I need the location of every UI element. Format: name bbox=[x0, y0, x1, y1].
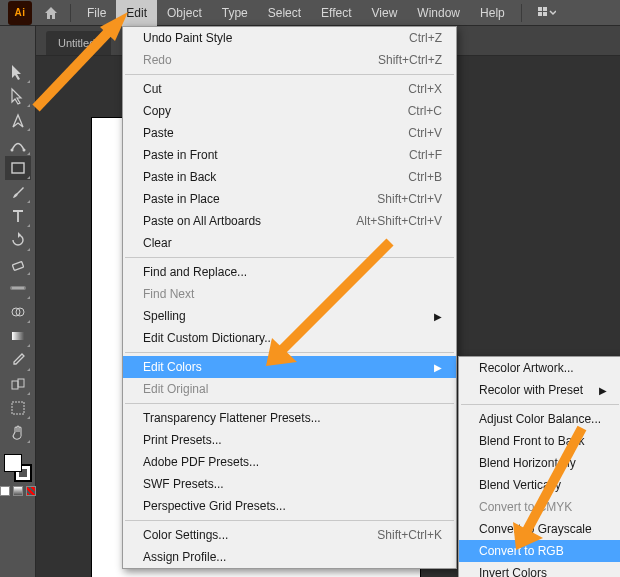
edit-menu-spelling[interactable]: Spelling▶ bbox=[123, 305, 456, 327]
menu-edit[interactable]: Edit bbox=[116, 0, 157, 26]
eyedropper-tool[interactable] bbox=[5, 348, 31, 372]
artboard-tool[interactable] bbox=[5, 396, 31, 420]
edit-menu-assign-profile[interactable]: Assign Profile... bbox=[123, 546, 456, 568]
menu-separator bbox=[125, 74, 454, 75]
menu-type[interactable]: Type bbox=[212, 0, 258, 26]
workspace-switcher-icon[interactable] bbox=[532, 0, 562, 26]
fill-stroke-swatches[interactable] bbox=[4, 454, 32, 482]
svg-rect-1 bbox=[543, 7, 547, 11]
colors-submenu-adjust-color-balance[interactable]: Adjust Color Balance... bbox=[459, 408, 620, 430]
menu-bar: FileEditObjectTypeSelectEffectViewWindow… bbox=[77, 0, 515, 26]
svg-rect-2 bbox=[538, 12, 542, 16]
menu-separator bbox=[125, 520, 454, 521]
edit-menu-edit-original: Edit Original bbox=[123, 378, 456, 400]
colors-submenu-convert-to-cmyk: Convert to CMYK bbox=[459, 496, 620, 518]
edit-menu-adobe-pdf-presets[interactable]: Adobe PDF Presets... bbox=[123, 451, 456, 473]
svg-rect-13 bbox=[18, 379, 24, 387]
menu-separator bbox=[461, 404, 619, 405]
topbar-separator bbox=[70, 4, 71, 22]
edit-menu-swf-presets[interactable]: SWF Presets... bbox=[123, 473, 456, 495]
svg-rect-0 bbox=[538, 7, 542, 11]
color-mode-buttons[interactable] bbox=[0, 486, 36, 496]
menu-effect[interactable]: Effect bbox=[311, 0, 361, 26]
edit-menu-print-presets[interactable]: Print Presets... bbox=[123, 429, 456, 451]
colors-submenu-recolor-artwork[interactable]: Recolor Artwork... bbox=[459, 357, 620, 379]
edit-menu-paste-in-place[interactable]: Paste in PlaceShift+Ctrl+V bbox=[123, 188, 456, 210]
menu-window[interactable]: Window bbox=[407, 0, 470, 26]
svg-rect-6 bbox=[12, 163, 24, 173]
eraser-tool[interactable] bbox=[5, 252, 31, 276]
colors-submenu-blend-horizontally[interactable]: Blend Horizontally bbox=[459, 452, 620, 474]
edit-menu-paste-on-all-artboards[interactable]: Paste on All ArtboardsAlt+Shift+Ctrl+V bbox=[123, 210, 456, 232]
selection-tool[interactable] bbox=[5, 60, 31, 84]
svg-point-4 bbox=[10, 149, 13, 152]
edit-menu-paste-in-front[interactable]: Paste in FrontCtrl+F bbox=[123, 144, 456, 166]
colors-submenu-recolor-with-preset[interactable]: Recolor with Preset▶ bbox=[459, 379, 620, 401]
svg-rect-11 bbox=[12, 332, 24, 340]
edit-menu-transparency-flattener-presets[interactable]: Transparency Flattener Presets... bbox=[123, 407, 456, 429]
hand-tool[interactable] bbox=[5, 420, 31, 444]
submenu-arrow-icon: ▶ bbox=[434, 362, 442, 373]
edit-menu-redo: RedoShift+Ctrl+Z bbox=[123, 49, 456, 71]
document-tab[interactable]: Untitled- bbox=[46, 31, 111, 55]
colors-submenu-convert-to-rgb[interactable]: Convert to RGB bbox=[459, 540, 620, 562]
tools-panel bbox=[0, 26, 36, 577]
home-icon[interactable] bbox=[38, 0, 64, 26]
colors-submenu-blend-front-to-back[interactable]: Blend Front to Back bbox=[459, 430, 620, 452]
pen-tool[interactable] bbox=[5, 108, 31, 132]
edit-menu-find-next: Find Next bbox=[123, 283, 456, 305]
direct-selection-tool[interactable] bbox=[5, 84, 31, 108]
menu-view[interactable]: View bbox=[362, 0, 408, 26]
edit-menu-find-and-replace[interactable]: Find and Replace... bbox=[123, 261, 456, 283]
submenu-arrow-icon: ▶ bbox=[599, 385, 607, 396]
submenu-arrow-icon: ▶ bbox=[434, 311, 442, 322]
app-topbar: Ai FileEditObjectTypeSelectEffectViewWin… bbox=[0, 0, 620, 26]
edit-menu-edit-custom-dictionary[interactable]: Edit Custom Dictionary... bbox=[123, 327, 456, 349]
shape-builder-tool[interactable] bbox=[5, 300, 31, 324]
colors-submenu-invert-colors[interactable]: Invert Colors bbox=[459, 562, 620, 577]
paintbrush-tool[interactable] bbox=[5, 180, 31, 204]
rotate-tool[interactable] bbox=[5, 228, 31, 252]
edit-menu-color-settings[interactable]: Color Settings...Shift+Ctrl+K bbox=[123, 524, 456, 546]
blend-tool[interactable] bbox=[5, 372, 31, 396]
menu-object[interactable]: Object bbox=[157, 0, 212, 26]
rectangle-tool[interactable] bbox=[5, 156, 31, 180]
edit-menu-paste[interactable]: PasteCtrl+V bbox=[123, 122, 456, 144]
edit-menu-edit-colors[interactable]: Edit Colors▶ bbox=[123, 356, 456, 378]
menu-separator bbox=[125, 257, 454, 258]
menu-help[interactable]: Help bbox=[470, 0, 515, 26]
edit-menu-clear[interactable]: Clear bbox=[123, 232, 456, 254]
curvature-tool[interactable] bbox=[5, 132, 31, 156]
colors-submenu-blend-vertically[interactable]: Blend Vertically bbox=[459, 474, 620, 496]
edit-menu-cut[interactable]: CutCtrl+X bbox=[123, 78, 456, 100]
svg-rect-8 bbox=[12, 261, 23, 270]
edit-menu-perspective-grid-presets[interactable]: Perspective Grid Presets... bbox=[123, 495, 456, 517]
edit-menu-paste-in-back[interactable]: Paste in BackCtrl+B bbox=[123, 166, 456, 188]
colors-submenu-convert-to-grayscale[interactable]: Convert to Grayscale bbox=[459, 518, 620, 540]
edit-menu-dropdown: Undo Paint StyleCtrl+ZRedoShift+Ctrl+ZCu… bbox=[122, 26, 457, 569]
gradient-tool[interactable] bbox=[5, 324, 31, 348]
topbar-separator bbox=[521, 4, 522, 22]
menu-file[interactable]: File bbox=[77, 0, 116, 26]
menu-select[interactable]: Select bbox=[258, 0, 311, 26]
edit-menu-undo-paint-style[interactable]: Undo Paint StyleCtrl+Z bbox=[123, 27, 456, 49]
svg-rect-3 bbox=[543, 12, 547, 16]
type-tool[interactable] bbox=[5, 204, 31, 228]
menu-separator bbox=[125, 403, 454, 404]
svg-rect-14 bbox=[12, 402, 24, 414]
width-tool[interactable] bbox=[5, 276, 31, 300]
menu-separator bbox=[125, 352, 454, 353]
svg-marker-7 bbox=[18, 232, 21, 238]
svg-rect-12 bbox=[12, 381, 18, 389]
svg-point-5 bbox=[22, 149, 25, 152]
edit-menu-copy[interactable]: CopyCtrl+C bbox=[123, 100, 456, 122]
illustrator-app-icon: Ai bbox=[8, 1, 32, 25]
edit-colors-submenu: Recolor Artwork...Recolor with Preset▶Ad… bbox=[458, 356, 620, 577]
